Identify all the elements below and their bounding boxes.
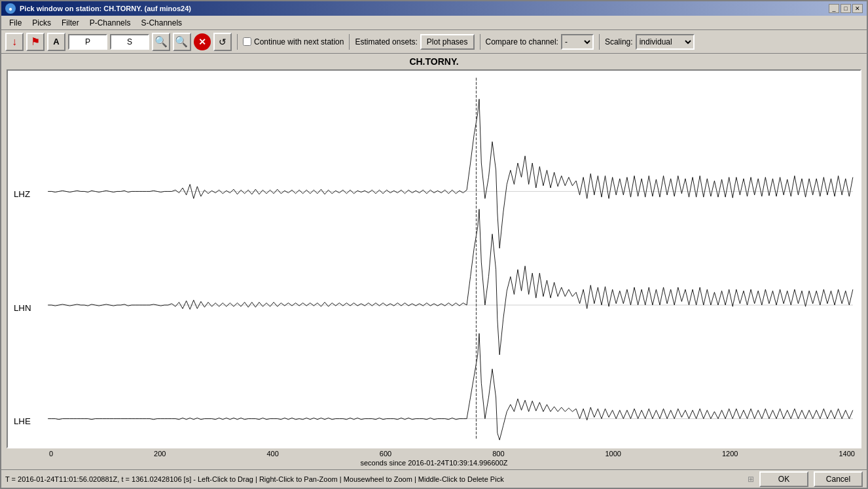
red-arrow-down-button[interactable]: ↓ — [5, 33, 24, 51]
scaling-select[interactable]: individual combined — [636, 34, 695, 50]
p-channel-input[interactable] — [68, 34, 107, 50]
x-label-1000: 1000 — [605, 450, 621, 458]
status-bar: T = 2016-01-24T11:01:56.020881Z, t = 136… — [1, 469, 867, 488]
compare-channel-select[interactable]: - — [561, 34, 594, 50]
dialog-buttons: OK Cancel — [759, 471, 863, 487]
menu-s-channels[interactable]: S-Channels — [136, 17, 187, 29]
x-label-200: 200 — [154, 450, 166, 458]
compare-to-channel-label: Compare to channel: — [486, 37, 558, 46]
window-title: Pick window on station: CH.TORNY. (auf m… — [20, 5, 191, 12]
x-label-800: 800 — [492, 450, 504, 458]
title-bar-left: ● Pick window on station: CH.TORNY. (auf… — [5, 3, 191, 14]
close-button[interactable]: ✕ — [852, 4, 863, 13]
toolbar: ↓ ⚑ A 🔍 🔍 ✕ ↺ Continue with next station… — [1, 30, 867, 54]
estimated-onsets-label: Estimated onsets: — [355, 37, 417, 46]
main-content: CH.TORNY. LHZ LHN LHE — [1, 54, 867, 469]
toolbar-separator-4 — [599, 34, 600, 50]
x-label-600: 600 — [380, 450, 391, 458]
a-button[interactable]: A — [47, 33, 65, 51]
menu-file[interactable]: File — [4, 17, 27, 29]
zoom-out-button[interactable]: 🔍 — [173, 33, 191, 51]
menu-bar: File Picks Filter P-Channels S-Channels — [1, 16, 867, 30]
continue-label: Continue with next station — [254, 37, 344, 46]
ok-button[interactable]: OK — [759, 471, 808, 487]
refresh-button[interactable]: ↺ — [213, 33, 232, 51]
time-axis-label: seconds since 2016-01-24T10:39:14.996600… — [7, 459, 861, 467]
svg-text:LHZ: LHZ — [14, 189, 30, 199]
x-label-400: 400 — [266, 450, 278, 458]
title-bar-controls: _ □ ✕ — [829, 4, 863, 13]
minimize-button[interactable]: _ — [829, 4, 839, 13]
red-flag-button[interactable]: ⚑ — [26, 33, 45, 51]
title-bar: ● Pick window on station: CH.TORNY. (auf… — [1, 1, 867, 16]
app-icon: ● — [5, 3, 16, 14]
maximize-button[interactable]: □ — [841, 4, 851, 13]
resize-icon: ⊞ — [748, 475, 754, 484]
status-text: T = 2016-01-24T11:01:56.020881Z, t = 136… — [5, 475, 504, 483]
svg-text:LHN: LHN — [14, 303, 31, 313]
x-label-0: 0 — [49, 450, 53, 458]
plot-phases-button[interactable]: Plot phases — [420, 34, 475, 50]
seismograph-svg: LHZ LHN LHE — [8, 71, 860, 447]
menu-filter[interactable]: Filter — [56, 17, 84, 29]
x-axis-labels: 0 200 400 600 800 1000 1200 1400 — [7, 450, 861, 458]
chart-container[interactable]: LHZ LHN LHE — [7, 69, 861, 448]
scaling-label: Scaling: — [605, 37, 633, 46]
zoom-in-button[interactable]: 🔍 — [152, 33, 170, 51]
menu-picks[interactable]: Picks — [27, 17, 56, 29]
x-label-1400: 1400 — [839, 450, 854, 458]
chart-area: LHZ LHN LHE — [8, 71, 860, 447]
toolbar-separator-3 — [480, 34, 480, 50]
cancel-pick-button[interactable]: ✕ — [194, 33, 211, 50]
status-right: ⊞ OK Cancel — [748, 471, 863, 487]
station-title: CH.TORNY. — [7, 56, 861, 67]
toolbar-separator-1 — [237, 34, 238, 50]
menu-p-channels[interactable]: P-Channels — [84, 17, 136, 29]
cancel-button[interactable]: Cancel — [814, 471, 863, 487]
x-label-1200: 1200 — [722, 450, 738, 458]
s-channel-input[interactable] — [110, 34, 149, 50]
svg-rect-0 — [8, 71, 860, 447]
continue-checkbox-label[interactable]: Continue with next station — [243, 37, 344, 46]
toolbar-separator-2 — [349, 34, 350, 50]
continue-checkbox[interactable] — [243, 37, 251, 46]
svg-text:LHE: LHE — [14, 416, 31, 426]
